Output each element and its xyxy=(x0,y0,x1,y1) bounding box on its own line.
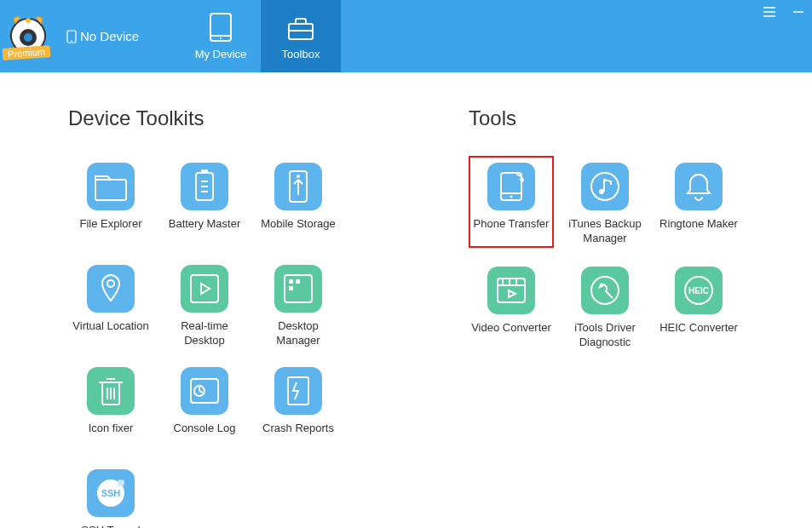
folder-icon xyxy=(87,163,135,210)
device-toolkits-title: Device Toolkits xyxy=(68,106,426,130)
video-icon xyxy=(487,267,535,314)
device-toolkits-grid: File ExplorerBattery MasterMobile Storag… xyxy=(68,156,426,528)
header: Premium No Device My Device Toolbox xyxy=(0,0,812,72)
battery-icon xyxy=(181,163,228,210)
tool-heic-converter[interactable]: HEIC Converter xyxy=(656,260,741,350)
tool-itunes-backup-manager[interactable]: iTunes Backup Manager xyxy=(562,156,648,248)
tool-ssh-tunnel[interactable]: SSH Tunnel xyxy=(68,462,153,528)
console-icon xyxy=(181,367,228,415)
tab-toolbox-label: Toolbox xyxy=(282,48,320,60)
tool-virtual-location[interactable]: Virtual Location xyxy=(68,258,153,348)
wrench-icon xyxy=(581,267,629,314)
tab-my-device-label: My Device xyxy=(195,48,247,60)
tool-crash-reports[interactable]: Crash Reports xyxy=(256,360,341,451)
tool-label: iTools Driver Diagnostic xyxy=(562,321,648,350)
transfer-icon xyxy=(487,163,535,210)
tool-label: SSH Tunnel xyxy=(81,524,140,528)
tool-label: Video Converter xyxy=(471,321,551,350)
tool-label: Real-time Desktop xyxy=(162,319,247,348)
tool-label: Icon fixer xyxy=(89,422,134,451)
tool-label: iTunes Backup Manager xyxy=(562,217,648,246)
tools-title: Tools xyxy=(469,106,769,130)
device-toolkits-section: Device Toolkits File ExplorerBattery Mas… xyxy=(68,106,426,528)
tool-label: Console Log xyxy=(174,422,236,451)
tool-icon-fixer[interactable]: Icon fixer xyxy=(68,360,153,451)
premium-badge: Premium xyxy=(3,45,51,60)
tool-console-log[interactable]: Console Log xyxy=(162,360,247,451)
tool-label: Ringtone Maker xyxy=(659,217,738,246)
heic-icon xyxy=(675,267,723,314)
tab-toolbox[interactable]: Toolbox xyxy=(261,0,341,72)
grid-icon xyxy=(274,265,322,313)
tool-label: Crash Reports xyxy=(262,422,334,451)
tool-desktop-manager[interactable]: Desktop Manager xyxy=(256,258,341,348)
music-icon xyxy=(581,163,629,210)
trash-icon xyxy=(87,367,135,415)
tool-ringtone-maker[interactable]: Ringtone Maker xyxy=(656,156,741,248)
logo-area: Premium No Device xyxy=(0,0,181,72)
device-status-label: No Device xyxy=(80,29,139,43)
tool-label: Mobile Storage xyxy=(261,217,335,246)
device-status: No Device xyxy=(66,29,139,43)
menu-button[interactable] xyxy=(763,5,776,19)
minimize-icon xyxy=(792,6,804,18)
tool-itools-driver-diagnostic[interactable]: iTools Driver Diagnostic xyxy=(562,260,648,350)
tool-file-explorer[interactable]: File Explorer xyxy=(68,156,153,246)
tool-label: Battery Master xyxy=(169,217,241,246)
ssh-icon xyxy=(87,469,135,517)
tablet-icon xyxy=(205,12,236,43)
tab-my-device[interactable]: My Device xyxy=(181,0,261,72)
tool-label: Desktop Manager xyxy=(256,319,341,348)
tool-label: HEIC Converter xyxy=(659,321,738,350)
tool-mobile-storage[interactable]: Mobile Storage xyxy=(256,156,341,246)
toolbox-icon xyxy=(285,12,316,43)
tools-grid: Phone TransferiTunes Backup ManagerRingt… xyxy=(469,156,769,350)
tools-section: Tools Phone TransferiTunes Backup Manage… xyxy=(426,106,769,528)
device-icon xyxy=(66,30,77,43)
tool-video-converter[interactable]: Video Converter xyxy=(469,260,554,350)
window-controls xyxy=(763,5,805,19)
pin-icon xyxy=(87,265,135,313)
tool-phone-transfer[interactable]: Phone Transfer xyxy=(469,156,554,248)
minimize-button[interactable] xyxy=(792,5,805,19)
play-icon xyxy=(181,265,228,313)
hamburger-icon xyxy=(763,6,776,18)
usb-icon xyxy=(274,163,322,210)
tool-battery-master[interactable]: Battery Master xyxy=(162,156,247,246)
tool-label: Phone Transfer xyxy=(474,217,550,246)
tool-real-time-desktop[interactable]: Real-time Desktop xyxy=(162,258,247,348)
bell-icon xyxy=(675,163,723,210)
content: Device Toolkits File ExplorerBattery Mas… xyxy=(0,72,812,528)
tool-label: Virtual Location xyxy=(72,319,148,348)
crash-icon xyxy=(274,367,322,415)
tool-label: File Explorer xyxy=(80,217,142,246)
